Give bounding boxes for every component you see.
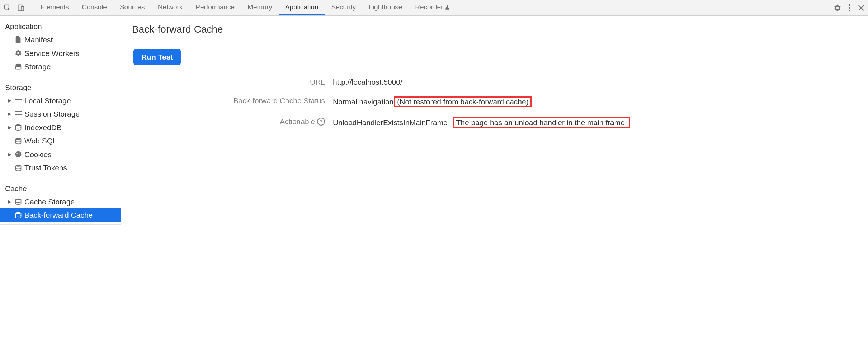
chevron-right-icon: ▶ — [6, 97, 12, 104]
database-icon — [14, 63, 22, 70]
sidebar-separator — [0, 224, 121, 225]
actionable-desc-highlight: The page has an unload handler in the ma… — [453, 117, 629, 128]
row-value-actionable: UnloadHandlerExistsInMainFrame The page … — [333, 117, 630, 128]
gear-icon — [14, 49, 22, 57]
tab-network[interactable]: Network — [151, 0, 189, 15]
tabbar-right-controls — [826, 4, 864, 12]
database-icon — [14, 137, 22, 145]
chevron-right-icon: ▶ — [6, 110, 12, 118]
svg-point-19 — [15, 151, 22, 157]
svg-point-5 — [849, 10, 850, 11]
content-divider — [121, 41, 868, 41]
sidebar-item-label: Storage — [24, 61, 51, 72]
tab-performance[interactable]: Performance — [189, 0, 241, 15]
tab-console[interactable]: Console — [75, 0, 113, 15]
sidebar-item-manifest[interactable]: Manifest — [0, 33, 121, 47]
sidebar-separator — [0, 76, 121, 76]
svg-point-17 — [16, 124, 21, 126]
sidebar-item-service-workers[interactable]: Service Workers — [0, 47, 121, 60]
database-icon — [14, 212, 22, 219]
sidebar-item-label: Cookies — [24, 149, 52, 160]
row-url: URL http://localhost:5000/ — [121, 73, 868, 91]
sidebar-item-cache-storage[interactable]: ▶ Cache Storage — [0, 195, 121, 209]
sidebar-item-cookies[interactable]: ▶ Cookies — [0, 148, 121, 161]
chevron-right-icon: ▶ — [6, 151, 12, 158]
svg-point-22 — [17, 155, 18, 156]
tabbar-left-controls — [3, 3, 30, 13]
sidebar-item-session-storage[interactable]: ▶ Session Storage — [0, 107, 121, 121]
sidebar-item-label: Trust Tokens — [24, 162, 67, 174]
row-value-url: http://localhost:5000/ — [333, 78, 402, 86]
tab-application[interactable]: Application — [279, 0, 325, 15]
table-icon — [14, 98, 22, 103]
svg-point-4 — [849, 7, 850, 8]
sidebar-item-indexeddb[interactable]: ▶ IndexedDB — [0, 121, 121, 134]
settings-icon[interactable] — [834, 4, 841, 12]
row-label-status: Back-forward Cache Status — [121, 96, 333, 105]
flask-icon — [444, 4, 450, 10]
devtools-tabs: Elements Console Sources Network Perform… — [34, 0, 457, 15]
sidebar-section-application: Application — [0, 17, 121, 33]
sidebar-item-label: IndexedDB — [24, 122, 62, 133]
table-icon — [14, 111, 22, 117]
actionable-code: UnloadHandlerExistsInMainFrame — [333, 118, 448, 127]
divider — [826, 4, 826, 12]
sidebar-separator — [0, 177, 121, 177]
svg-point-23 — [19, 155, 20, 155]
status-prefix: Normal navigation — [333, 98, 393, 106]
tab-sources[interactable]: Sources — [113, 0, 151, 15]
file-icon — [14, 36, 22, 43]
tab-lighthouse[interactable]: Lighthouse — [362, 0, 409, 15]
sidebar-item-label: Manifest — [24, 34, 53, 46]
application-sidebar: Application Manifest Service Workers Sto… — [0, 16, 121, 227]
run-test-button[interactable]: Run Test — [133, 49, 181, 65]
database-icon — [14, 198, 22, 205]
sidebar-item-label: Web SQL — [24, 135, 57, 147]
sidebar-item-trust-tokens[interactable]: Trust Tokens — [0, 161, 121, 175]
row-value-status: Normal navigation (Not restored from bac… — [333, 96, 532, 107]
sidebar-item-label: Back-forward Cache — [24, 209, 93, 221]
actionable-label-text: Actionable — [280, 117, 315, 126]
main-area: Application Manifest Service Workers Sto… — [0, 16, 868, 227]
content-area: Back-forward Cache Run Test URL http://l… — [121, 16, 868, 227]
sidebar-item-label: Service Workers — [24, 48, 80, 59]
database-icon — [14, 164, 22, 171]
row-label-actionable: Actionable ? — [121, 117, 333, 126]
svg-point-3 — [849, 4, 850, 5]
tab-memory[interactable]: Memory — [241, 0, 279, 15]
row-label-url: URL — [121, 78, 333, 86]
database-icon — [14, 124, 22, 131]
tab-security[interactable]: Security — [325, 0, 363, 15]
cookie-icon — [14, 151, 22, 158]
close-icon[interactable] — [858, 5, 864, 11]
help-icon[interactable]: ? — [317, 118, 325, 126]
svg-point-25 — [16, 199, 21, 200]
row-bfcache-status: Back-forward Cache Status Normal navigat… — [121, 91, 868, 112]
inspect-element-icon[interactable] — [3, 3, 12, 13]
sidebar-item-label: Cache Storage — [24, 196, 75, 208]
tab-recorder[interactable]: Recorder — [409, 0, 457, 15]
svg-point-26 — [16, 212, 21, 214]
result-rows: URL http://localhost:5000/ Back-forward … — [121, 73, 868, 133]
devtools-tabbar: Elements Console Sources Network Perform… — [0, 0, 868, 16]
svg-point-20 — [16, 153, 18, 154]
toggle-device-toolbar-icon[interactable] — [16, 3, 25, 13]
more-options-icon[interactable] — [849, 4, 851, 12]
tab-elements[interactable]: Elements — [34, 0, 75, 15]
page-title: Back-forward Cache — [121, 16, 868, 41]
sidebar-item-label: Local Storage — [24, 95, 71, 107]
sidebar-item-local-storage[interactable]: ▶ Local Storage — [0, 94, 121, 108]
chevron-right-icon: ▶ — [6, 198, 12, 206]
sidebar-item-web-sql[interactable]: Web SQL — [0, 134, 121, 148]
sidebar-section-storage: Storage — [0, 78, 121, 94]
svg-point-21 — [19, 153, 19, 154]
sidebar-item-back-forward-cache[interactable]: Back-forward Cache — [0, 208, 121, 222]
chevron-right-icon: ▶ — [6, 124, 12, 131]
svg-rect-2 — [21, 6, 24, 11]
svg-point-24 — [16, 165, 21, 166]
status-highlight: (Not restored from back-forward cache) — [394, 96, 531, 107]
row-actionable: Actionable ? UnloadHandlerExistsInMainFr… — [121, 112, 868, 133]
sidebar-item-storage-overview[interactable]: Storage — [0, 60, 121, 74]
sidebar-section-cache: Cache — [0, 179, 121, 195]
sidebar-item-label: Session Storage — [24, 108, 80, 120]
